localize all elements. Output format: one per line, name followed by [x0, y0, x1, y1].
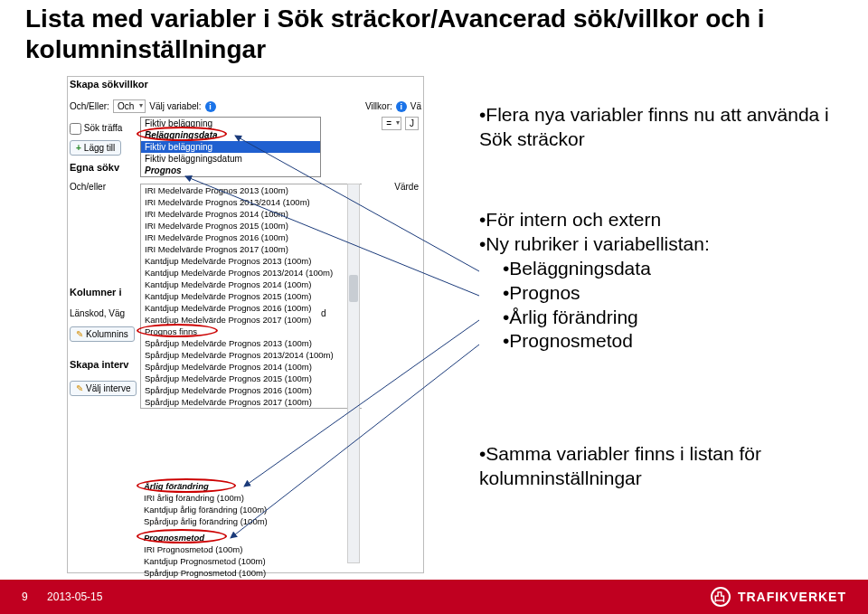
dropdown-header: Beläggningsdata [141, 129, 320, 141]
bullet-group-3: •Samma variabler finns i listan för kolu… [479, 442, 841, 491]
bullet-item: •Ny rubriker i variabellistan: [479, 232, 841, 257]
bullet-item: •För intern och extern [479, 208, 841, 232]
footer-bar: 9 2013-05-15 凸 TRAFIKVERKET [0, 580, 868, 614]
list-item[interactable]: Spårdjup årlig förändring (100m) [140, 515, 321, 527]
operator-select[interactable]: = [382, 117, 401, 130]
brand-logo-icon: 凸 [711, 587, 731, 607]
bullet-sub-item: •Prognosmetod [479, 329, 841, 354]
scrollbar[interactable] [347, 184, 360, 563]
footer-left: 9 2013-05-15 [22, 590, 102, 603]
brand-logo: 凸 TRAFIKVERKET [711, 587, 846, 607]
bullet-group-2: •För intern och extern •Ny rubriker i va… [479, 208, 841, 354]
bullet-sub-item: •Beläggningsdata [479, 257, 841, 281]
bullet-group-1: •Flera nya variabler finns nu att använd… [479, 103, 841, 152]
list-item[interactable]: Spårdjup Medelvärde Prognos 2017 (100m) [141, 396, 362, 408]
variable-dropdown[interactable]: Fiktiv beläggning Beläggningsdata Fiktiv… [140, 117, 321, 177]
sok-traffar-checkbox[interactable]: Sök träffa [70, 123, 122, 135]
list-item[interactable]: Spårdjup Medelvärde Prognos 2016 (100m) [141, 384, 362, 396]
list-item[interactable]: Prognos finns [141, 326, 362, 337]
lagg-till-button[interactable]: Lägg till [70, 140, 121, 156]
arlig-header: Årlig förändring [140, 480, 321, 492]
bullet-sub-item: •Årlig förändring [479, 306, 841, 330]
list-item[interactable]: Spårdjup Prognosmetod (100m) [140, 567, 321, 579]
varde-col-label: Värde [394, 182, 419, 192]
och-eller-label: Och/Eller: [70, 101, 109, 111]
list-item[interactable]: IRI Prognosmetod (100m) [140, 543, 321, 555]
app-screenshot: Skapa sökvillkor Och/Eller: Och Välj var… [67, 76, 424, 573]
sok-traffar-label: Sök träffa [84, 123, 123, 133]
scrollbar-thumb[interactable] [349, 275, 358, 302]
prognosmetod-block: Prognosmetod IRI Prognosmetod (100m) Kan… [140, 532, 321, 579]
kolumnins-button[interactable]: Kolumnins [70, 326, 135, 342]
filter-row: Och/Eller: Och Välj variabel: i Villkor:… [70, 99, 421, 113]
skapa-interv-label: Skapa interv [70, 359, 128, 370]
arlig-block: Årlig förändring IRI årlig förändring (1… [140, 480, 321, 527]
list-item[interactable]: Spårdjup Medelvärde Prognos 2013 (100m) [141, 337, 362, 349]
slide-title: Lista med variabler i Sök sträckor/Avanc… [25, 4, 839, 64]
list-item[interactable]: Kantdjup Medelvärde Prognos 2017 (100m) [141, 314, 362, 326]
list-item[interactable]: Kantdjup Medelvärde Prognos 2014 (100m) [141, 279, 362, 290]
list-item[interactable]: IRI årlig förändring (100m) [140, 492, 321, 504]
list-item[interactable]: IRI Medelvärde Prognos 2013 (100m) [141, 184, 362, 196]
villkor-label: Villkor: [365, 101, 392, 111]
list-item[interactable]: IRI Medelvärde Prognos 2017 (100m) [141, 243, 362, 255]
list-item[interactable]: Kantdjup Medelvärde Prognos 2013/2014 (1… [141, 267, 362, 279]
och-eller-col-label: Och/eller [70, 182, 106, 192]
page-number: 9 [22, 590, 28, 603]
valj-variabel-label: Välj variabel: [149, 101, 201, 111]
lanskod-label: Länskod, Väg [70, 308, 125, 318]
list-item[interactable]: Spårdjup Medelvärde Prognos 2014 (100m) [141, 361, 362, 373]
dropdown-item[interactable]: Fiktiv beläggning [141, 118, 320, 129]
brand-name: TRAFIKVERKET [738, 590, 846, 604]
d-label: d [321, 308, 326, 318]
valj-interve-button[interactable]: Välj interve [70, 381, 137, 396]
list-item[interactable]: Kantdjup Medelvärde Prognos 2015 (100m) [141, 290, 362, 302]
dropdown-header: Prognos [141, 165, 320, 176]
dropdown-item[interactable]: Fiktiv beläggningsdatum [141, 153, 320, 165]
egna-sokv-label: Egna sökv [70, 162, 119, 173]
list-item[interactable]: IRI Medelvärde Prognos 2015 (100m) [141, 220, 362, 231]
och-eller-select[interactable]: Och [113, 99, 146, 113]
list-item[interactable]: Spårdjup Medelvärde Prognos 2013/2014 (1… [141, 349, 362, 361]
list-item[interactable]: IRI Medelvärde Prognos 2013/2014 (100m) [141, 196, 362, 208]
kolumner-label: Kolumner i [70, 287, 121, 298]
bullet-sub-item: •Prognos [479, 281, 841, 306]
value-input[interactable]: J [405, 117, 419, 130]
variable-list[interactable]: IRI Medelvärde Prognos 2013 (100m) IRI M… [140, 184, 362, 409]
list-item[interactable]: Kantdjup Medelvärde Prognos 2016 (100m) [141, 302, 362, 314]
footer-date: 2013-05-15 [47, 590, 102, 603]
list-item[interactable]: Kantdjup Medelvärde Prognos 2013 (100m) [141, 255, 362, 267]
list-item[interactable]: Spårdjup Medelvärde Prognos 2015 (100m) [141, 373, 362, 384]
list-item[interactable]: Kantdjup Prognosmetod (100m) [140, 555, 321, 567]
info-icon: i [396, 101, 407, 112]
prognosmetod-header: Prognosmetod [140, 532, 321, 543]
list-item[interactable]: Kantdjup årlig förändring (100m) [140, 504, 321, 515]
list-item[interactable]: IRI Medelvärde Prognos 2016 (100m) [141, 231, 362, 243]
dropdown-item-selected[interactable]: Fiktiv beläggning [141, 141, 320, 153]
list-item[interactable]: IRI Medelvärde Prognos 2014 (100m) [141, 208, 362, 220]
checkbox[interactable] [70, 123, 81, 135]
va-label: Vä [410, 101, 421, 111]
info-icon: i [205, 101, 216, 112]
skapa-sokvillkor-label: Skapa sökvillkor [70, 79, 148, 90]
